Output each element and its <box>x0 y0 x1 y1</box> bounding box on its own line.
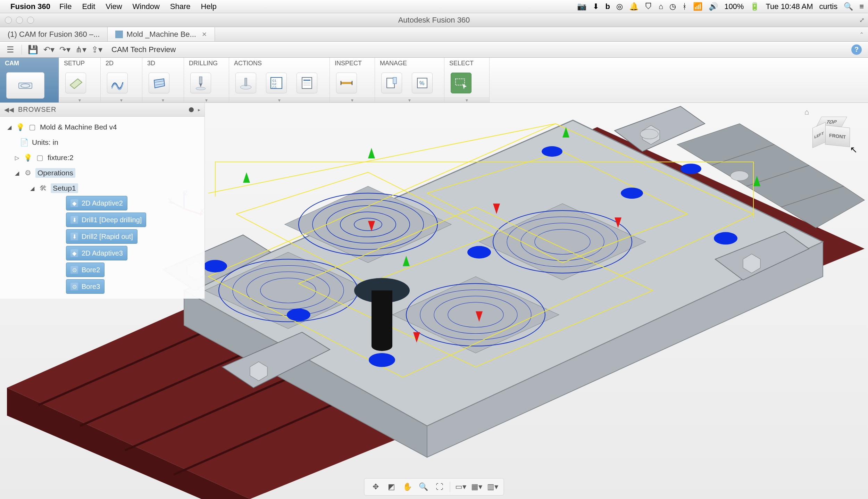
dropbox-icon[interactable]: ⬇︎ <box>593 2 599 11</box>
cc-icon[interactable]: ◎ <box>616 2 623 11</box>
select-dropdown[interactable]: ▼ <box>444 98 489 102</box>
minimize-window-button[interactable] <box>16 17 23 24</box>
share-icon[interactable]: ⇪▾ <box>92 45 102 55</box>
viewport-layout-button[interactable]: ▥▾ <box>486 480 500 494</box>
help-button[interactable]: ? <box>851 44 862 55</box>
menu-view[interactable]: View <box>106 2 122 11</box>
zoom-window-button[interactable] <box>27 17 34 24</box>
inspect-dropdown[interactable]: ▼ <box>330 98 375 102</box>
app-menu-icon[interactable]: ☰ <box>6 45 15 55</box>
select-button[interactable] <box>451 73 471 93</box>
menu-help[interactable]: Help <box>201 2 217 11</box>
2d-button[interactable] <box>107 73 128 93</box>
battery-percent[interactable]: 100% <box>724 2 744 11</box>
display-settings-button[interactable]: ▭▾ <box>454 480 468 494</box>
viewport-navbar: ✥ ◩ ✋ 🔍 ⛶ ▭▾ ▦▾ ▥▾ <box>364 478 504 496</box>
redo-button[interactable]: ↷▾ <box>60 45 70 55</box>
setup-dropdown[interactable]: ▼ <box>59 98 100 102</box>
actions-dropdown[interactable]: ▼ <box>229 98 329 102</box>
ribbon-label-3d: 3D <box>142 58 184 68</box>
fullscreen-icon[interactable]: ⤢ <box>859 16 865 24</box>
browser-collapse-icon[interactable]: ◀◀ <box>4 106 14 114</box>
measure-button[interactable] <box>336 73 357 93</box>
svg-point-74 <box>542 146 562 157</box>
save-button[interactable]: 💾 <box>28 45 38 55</box>
close-window-button[interactable] <box>5 17 12 24</box>
setup-sheet-button[interactable] <box>297 73 317 93</box>
orbit-button[interactable]: ✥ <box>369 480 383 494</box>
setup-button[interactable] <box>65 73 86 93</box>
svg-point-75 <box>621 188 643 199</box>
op-bore3[interactable]: ⊙ Bore3 <box>66 279 105 294</box>
twisty-icon[interactable]: ◢ <box>29 185 35 192</box>
viewcube[interactable]: TOP FRONT LEFT <box>812 117 851 155</box>
spotlight-icon[interactable]: 🔍 <box>844 2 853 11</box>
task-manager-button[interactable]: % <box>412 73 433 93</box>
pan-button[interactable]: ✋ <box>401 480 415 494</box>
3d-button[interactable] <box>149 73 169 93</box>
volume-icon[interactable]: 🔊 <box>709 2 718 11</box>
doc-tab-2[interactable]: Mold _Machine Be... ✕ <box>108 27 215 41</box>
user-name[interactable]: curtis <box>819 2 838 11</box>
view-home-icon[interactable]: ⌂ <box>804 108 809 117</box>
clock-icon[interactable]: ◷ <box>669 2 676 11</box>
tool-library-button[interactable] <box>381 73 402 93</box>
bluetooth-icon[interactable]: ᚼ <box>682 2 687 11</box>
twisty-icon[interactable]: ▷ <box>14 155 20 161</box>
look-at-button[interactable]: ◩ <box>385 480 399 494</box>
op-drill1[interactable]: ⬇ Drill1 [Deep drilling] <box>66 213 146 227</box>
2d-dropdown[interactable]: ▼ <box>101 98 142 102</box>
tree-setup[interactable]: ◢ 🛠 Setup1 <box>0 181 205 196</box>
clock-text[interactable]: Tue 10:48 AM <box>766 2 813 11</box>
doc-tab-1[interactable]: (1) CAM for Fusion 360 –... <box>0 27 108 41</box>
hierarchy-icon[interactable]: ⋔▾ <box>76 45 86 55</box>
b-icon[interactable]: b <box>605 2 610 11</box>
op-bore2[interactable]: ⊙ Bore2 <box>66 263 105 277</box>
op-drill2[interactable]: ⬇ Drill2 [Rapid out] <box>66 229 137 244</box>
op-2d-adaptive3[interactable]: ◆ 2D Adaptive3 <box>66 246 127 260</box>
fit-button[interactable]: ⛶ <box>433 480 446 494</box>
twisty-icon[interactable]: ◢ <box>6 124 12 131</box>
notification-center-icon[interactable]: ≡ <box>859 2 864 11</box>
tabstrip-collapse-icon[interactable]: ⌃ <box>859 31 864 38</box>
app-name[interactable]: Fusion 360 <box>10 2 50 11</box>
battery-icon[interactable]: 🔋 <box>750 2 759 11</box>
viewcube-left-face[interactable]: LEFT <box>812 122 826 148</box>
browser-chevron-icon[interactable]: ▸ <box>198 107 200 113</box>
menu-file[interactable]: File <box>59 2 72 11</box>
fixture-label: fixture:2 <box>48 153 74 162</box>
browser-settings-icon[interactable] <box>189 107 194 112</box>
menu-share[interactable]: Share <box>170 2 191 11</box>
tree-units[interactable]: 📄 Units: in <box>0 135 205 150</box>
3d-dropdown[interactable]: ▼ <box>142 98 184 102</box>
simulate-button[interactable] <box>235 73 256 93</box>
svg-marker-7 <box>199 84 202 87</box>
cam-workspace-button[interactable] <box>6 72 44 99</box>
grid-settings-button[interactable]: ▦▾ <box>470 480 484 494</box>
op-2d-adaptive2[interactable]: ◆ 2D Adaptive2 <box>66 196 127 210</box>
ribbon-group-setup: SETUP ▼ <box>59 58 101 102</box>
tree-operations[interactable]: ◢ ⚙ Operations <box>0 165 205 181</box>
ribbon-group-3d: 3D ▼ <box>142 58 184 102</box>
drilling-button[interactable] <box>190 73 211 93</box>
shield-icon[interactable]: ⛉ <box>645 2 652 11</box>
menu-edit[interactable]: Edit <box>82 2 95 11</box>
home-sync-icon[interactable]: ⌂ <box>659 2 663 11</box>
zoom-button[interactable]: 🔍 <box>417 480 431 494</box>
twisty-icon[interactable]: ◢ <box>14 170 20 176</box>
viewcube-front-face[interactable]: FRONT <box>825 125 850 147</box>
wifi-icon[interactable]: 📶 <box>693 2 702 11</box>
manage-dropdown[interactable]: ▼ <box>375 98 444 102</box>
tree-fixture[interactable]: ▷ 💡 ▢ fixture:2 <box>0 150 205 165</box>
camera-icon[interactable]: 📷 <box>577 2 586 11</box>
menu-window[interactable]: Window <box>133 2 160 11</box>
drilling-dropdown[interactable]: ▼ <box>184 98 229 102</box>
status-tray: 📷 ⬇︎ b ◎ 🔔 ⛉ ⌂ ◷ ᚼ 📶 🔊 100% 🔋 Tue 10:48 … <box>577 2 864 11</box>
post-process-button[interactable]: G1G2G3 <box>266 73 287 93</box>
close-tab-icon[interactable]: ✕ <box>202 31 207 38</box>
tree-root[interactable]: ◢ 💡 ▢ Mold & Machine Bed v4 <box>0 119 205 135</box>
undo-button[interactable]: ↶▾ <box>44 45 54 55</box>
visibility-bulb-icon[interactable]: 💡 <box>24 153 32 162</box>
visibility-bulb-icon[interactable]: 💡 <box>16 123 25 131</box>
bell-icon[interactable]: 🔔 <box>629 2 639 11</box>
